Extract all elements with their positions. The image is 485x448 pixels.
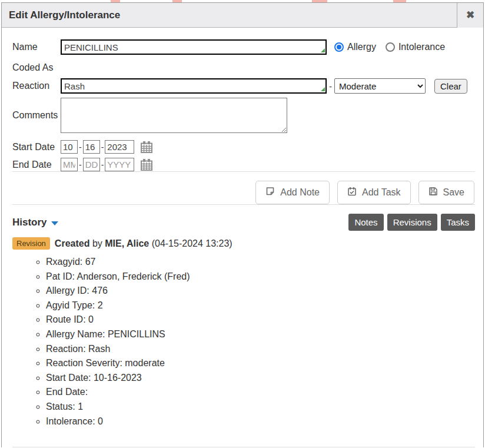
start-date-label: Start Date (12, 142, 61, 152)
reaction-input[interactable] (61, 78, 327, 94)
revision-detail-item: Allergy ID: 476 (46, 284, 475, 298)
end-date-calendar-icon[interactable] (140, 158, 153, 171)
history-header: History Notes Revisions Tasks (12, 214, 475, 231)
revision-detail-item: End Date: (46, 385, 475, 400)
save-icon (428, 187, 438, 198)
edit-allergy-dialog: Edit Allergy/Intolerance ✖ Name Allergy … (1, 2, 484, 447)
start-month-input[interactable] (61, 140, 78, 154)
revision-detail-item: Reaction: Rash (46, 342, 475, 357)
comments-row: Comments (12, 98, 475, 133)
intolerance-radio[interactable] (386, 42, 395, 52)
name-input[interactable] (61, 39, 327, 55)
comments-label: Comments (12, 110, 61, 121)
dialog-title: Edit Allergy/Intolerance (2, 9, 457, 21)
start-day-input[interactable] (83, 140, 100, 154)
close-button[interactable]: ✖ (457, 3, 483, 28)
revision-detail-item: Intolerance: 0 (46, 414, 475, 429)
revision-timestamp: (04-15-2024 13:23) (149, 238, 232, 249)
reaction-label: Reaction (12, 81, 61, 91)
start-date-calendar-icon[interactable] (140, 141, 153, 154)
reaction-row: Reaction - Moderate Clear (12, 78, 475, 94)
end-year-input[interactable] (105, 158, 134, 171)
autocomplete-corner-icon (321, 87, 325, 91)
revision-entry: Revision Created by MIE, Alice (04-15-20… (12, 237, 475, 250)
revision-action: Created (55, 238, 90, 249)
name-label: Name (12, 42, 61, 52)
revision-badge: Revision (12, 237, 50, 250)
note-icon (265, 187, 275, 198)
add-note-label: Add Note (280, 187, 320, 198)
severity-separator: - (329, 81, 332, 91)
revision-detail-item: Start Date: 10-16-2023 (46, 371, 475, 386)
severity-select[interactable]: Moderate (334, 78, 426, 94)
revision-detail-item: Status: 1 (46, 400, 475, 414)
add-task-label: Add Task (362, 187, 401, 198)
name-input-wrap (61, 39, 327, 55)
date-separator: - (101, 142, 104, 152)
revision-detail-item: Rxagyid: 67 (46, 255, 475, 270)
comments-textarea[interactable] (61, 98, 287, 133)
name-row: Name Allergy Intolerance (12, 39, 475, 55)
close-icon: ✖ (466, 9, 474, 21)
clear-button[interactable]: Clear (434, 79, 467, 94)
autocomplete-corner-icon (321, 48, 325, 52)
history-caret-icon[interactable] (51, 221, 58, 225)
revision-by-text: by (89, 238, 105, 249)
tasks-button[interactable]: Tasks (441, 214, 475, 231)
allergy-radio-label: Allergy (347, 42, 376, 52)
divider (12, 204, 475, 205)
end-date-label: End Date (12, 160, 61, 170)
save-button[interactable]: Save (418, 181, 474, 204)
date-separator: - (79, 160, 82, 170)
add-note-button[interactable]: Add Note (255, 181, 330, 204)
end-day-input[interactable] (83, 158, 100, 171)
date-separator: - (101, 160, 104, 170)
revision-detail-item: Route ID: 0 (46, 313, 475, 327)
dialog-titlebar: Edit Allergy/Intolerance ✖ (2, 3, 483, 28)
save-label: Save (443, 187, 464, 198)
history-title: History (12, 217, 47, 228)
type-radio-group: Allergy Intolerance (334, 42, 451, 52)
divider (12, 447, 475, 447)
coded-as-label: Coded As (12, 62, 475, 73)
notes-button[interactable]: Notes (348, 214, 383, 231)
revisions-button[interactable]: Revisions (387, 214, 437, 231)
revision-detail-item: Agyid Type: 2 (46, 298, 475, 313)
revision-user: MIE, Alice (105, 238, 149, 249)
date-separator: - (79, 142, 82, 152)
allergy-radio[interactable] (334, 42, 344, 52)
revision-detail-item: Reaction Severity: moderate (46, 356, 475, 371)
end-month-input[interactable] (61, 158, 78, 171)
dialog-body: Name Allergy Intolerance Coded As Reacti… (2, 28, 483, 447)
reaction-input-wrap (61, 78, 327, 94)
end-date-row: End Date - - (12, 158, 475, 171)
add-task-button[interactable]: Add Task (337, 181, 411, 204)
revision-detail-item: Pat ID: Anderson, Frederick (Fred) (46, 270, 475, 284)
intolerance-radio-label: Intolerance (398, 42, 445, 52)
revision-details-list: Rxagyid: 67Pat ID: Anderson, Frederick (… (12, 255, 475, 429)
start-year-input[interactable] (105, 140, 134, 154)
revision-detail-item: Allergy Name: PENICILLINS (46, 327, 475, 342)
calendar-check-icon (347, 187, 357, 198)
start-date-row: Start Date - - (12, 140, 475, 154)
history-buttons: Notes Revisions Tasks (348, 214, 475, 231)
action-buttons-row: Add Note Add Task (12, 172, 475, 204)
